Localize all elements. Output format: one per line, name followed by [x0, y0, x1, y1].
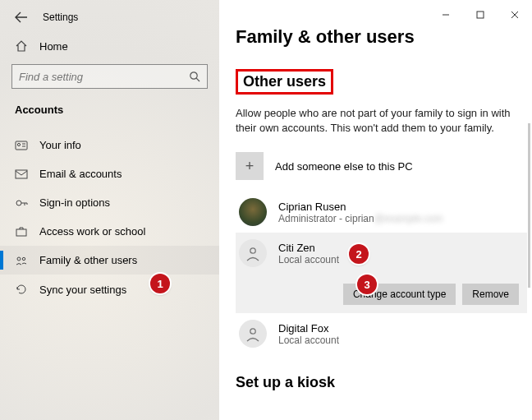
nav-email-accounts[interactable]: Email & accounts [0, 159, 219, 188]
home-icon [15, 39, 28, 53]
nav-signin-options[interactable]: Sign-in options [0, 188, 219, 217]
highlight-box: Other users [236, 69, 333, 95]
mail-icon [15, 169, 28, 179]
nav-label: Email & accounts [39, 168, 122, 180]
nav-label: Sign-in options [39, 196, 110, 209]
search-box[interactable] [11, 64, 208, 89]
nav-your-info[interactable]: Your info [0, 131, 219, 159]
nav-label: Family & other users [39, 254, 137, 266]
page-title: Family & other users [236, 26, 527, 48]
svg-rect-15 [477, 12, 484, 18]
callout-3: 3 [357, 275, 377, 294]
search-input[interactable] [19, 71, 173, 83]
svg-point-13 [22, 257, 25, 260]
user-texts: Citi Zen Local account [278, 242, 339, 265]
section-description: Allow people who are not part of your fa… [236, 106, 527, 136]
app-title: Settings [43, 12, 78, 23]
user-texts: Ciprian Rusen Administrator - ciprian@ex… [278, 201, 443, 224]
svg-point-12 [17, 257, 21, 261]
nav-label: Access work or school [39, 225, 145, 238]
add-user-button[interactable]: + Add someone else to this PC [236, 147, 527, 192]
svg-point-7 [16, 201, 21, 205]
avatar [239, 198, 267, 226]
user-subtitle: Administrator - ciprian@example.com [278, 213, 443, 224]
nav-label: Sync your settings [39, 284, 126, 296]
user-texts: Digital Fox Local account [278, 322, 339, 346]
svg-point-3 [17, 143, 20, 145]
callout-1: 1 [150, 274, 170, 293]
nav-sync-settings[interactable]: Sync your settings [0, 275, 219, 304]
maximize-button[interactable] [463, 5, 498, 25]
home-link[interactable]: Home [0, 31, 219, 61]
nav-label: Your info [39, 139, 81, 151]
minimize-button[interactable] [429, 5, 463, 25]
plus-icon: + [236, 152, 264, 180]
callout-2: 2 [349, 244, 369, 264]
user-actions: Change account type Remove [239, 284, 524, 305]
user-subtitle: Local account [278, 254, 339, 265]
user-row[interactable]: Digital Fox Local account [236, 313, 527, 354]
add-user-label: Add someone else to this PC [275, 160, 413, 173]
sync-icon [15, 283, 28, 296]
user-name: Digital Fox [278, 322, 339, 335]
svg-rect-11 [16, 229, 26, 236]
avatar [239, 320, 267, 348]
svg-rect-6 [16, 170, 27, 178]
section-title: Other users [243, 73, 326, 90]
nav-access-work-school[interactable]: Access work or school [0, 217, 219, 246]
close-button[interactable] [498, 5, 532, 25]
svg-point-18 [250, 248, 255, 253]
nav-list: Your info Email & accounts Sign-in optio… [0, 131, 219, 304]
svg-rect-2 [16, 141, 27, 150]
category-title: Accounts [0, 100, 219, 131]
user-name: Citi Zen [278, 242, 339, 254]
user-head: Citi Zen Local account [239, 239, 524, 267]
key-icon [15, 197, 28, 209]
redacted-text: @example.com [374, 213, 443, 224]
briefcase-icon [15, 226, 28, 238]
user-name: Ciprian Rusen [278, 201, 443, 213]
search-icon [189, 71, 200, 82]
remove-user-button[interactable]: Remove [462, 284, 519, 305]
back-button[interactable] [15, 12, 28, 23]
kiosk-section-title: Set up a kiosk [236, 374, 527, 391]
user-row-expanded[interactable]: Citi Zen Local account Change account ty… [236, 233, 527, 313]
content-pane: Family & other users Other users Allow p… [219, 0, 532, 420]
scrollbar[interactable] [528, 123, 530, 288]
svg-line-1 [196, 78, 200, 81]
sidebar: Settings Home Accounts Your info [0, 0, 219, 420]
window-controls [429, 5, 532, 25]
nav-family-other-users[interactable]: Family & other users [0, 246, 219, 275]
user-card-icon [15, 140, 28, 151]
user-subtitle: Local account [278, 335, 339, 346]
user-row[interactable]: Ciprian Rusen Administrator - ciprian@ex… [236, 192, 527, 233]
avatar [239, 239, 267, 267]
people-icon [15, 255, 28, 266]
svg-point-19 [250, 329, 255, 334]
svg-point-0 [190, 72, 197, 79]
home-label: Home [39, 40, 68, 53]
titlebar-left: Settings [0, 8, 219, 31]
settings-window: Settings Home Accounts Your info [0, 0, 532, 420]
search-container [0, 61, 219, 100]
